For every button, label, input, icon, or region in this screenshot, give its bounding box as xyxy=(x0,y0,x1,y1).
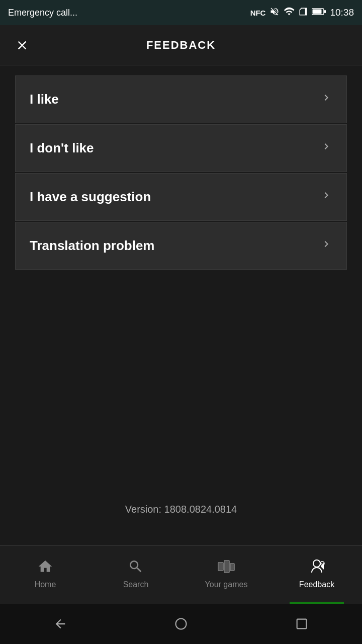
chevron-right-icon-translation xyxy=(320,238,332,254)
version-text: Version: 1808.0824.0814 xyxy=(125,504,237,515)
chevron-right-icon-suggestion xyxy=(320,189,332,205)
nav-item-search[interactable]: Search xyxy=(90,546,181,604)
feedback-option-i-dont-like[interactable]: I don't like xyxy=(15,124,347,172)
svg-point-11 xyxy=(176,619,187,629)
page-title: FEEDBACK xyxy=(32,39,330,52)
svg-rect-6 xyxy=(219,563,223,570)
home-icon xyxy=(37,558,53,577)
nav-item-feedback[interactable]: Feedback xyxy=(272,546,362,604)
status-icons: NFC 10:38 xyxy=(250,6,354,20)
back-button[interactable] xyxy=(48,611,73,636)
feedback-option-label-suggestion: I have a suggestion xyxy=(30,189,151,205)
your-games-icon xyxy=(218,558,235,577)
nfc-icon: NFC xyxy=(250,9,266,17)
svg-rect-12 xyxy=(297,619,307,629)
feedback-options-list: I like I don't like I have a suggestion xyxy=(15,75,347,271)
nav-label-search: Search xyxy=(123,580,149,589)
close-button[interactable] xyxy=(12,35,32,55)
recents-button[interactable] xyxy=(289,611,314,636)
feedback-option-label-i-like: I like xyxy=(30,92,59,107)
feedback-option-i-like[interactable]: I like xyxy=(15,75,347,123)
mute-icon xyxy=(269,7,280,19)
battery-icon xyxy=(312,7,326,19)
feedback-option-label-i-dont-like: I don't like xyxy=(30,140,94,156)
sim-icon xyxy=(299,7,308,19)
home-system-button[interactable] xyxy=(168,611,194,636)
svg-rect-8 xyxy=(231,564,234,570)
feedback-option-label-translation: Translation problem xyxy=(30,238,155,254)
system-nav-bar xyxy=(0,604,362,644)
main-content: I like I don't like I have a suggestion xyxy=(0,65,362,545)
feedback-nav-icon xyxy=(308,558,326,577)
nav-label-your-games: Your games xyxy=(205,580,248,589)
wifi-icon xyxy=(284,6,295,20)
search-icon xyxy=(128,558,144,577)
version-container: Version: 1808.0824.0814 xyxy=(15,271,347,535)
bottom-nav: Home Search Your games xyxy=(0,545,362,604)
nav-label-home: Home xyxy=(35,580,56,589)
nav-item-your-games[interactable]: Your games xyxy=(181,546,272,604)
svg-point-9 xyxy=(313,560,320,567)
nav-label-feedback: Feedback xyxy=(299,580,334,589)
svg-rect-7 xyxy=(225,561,229,572)
carrier-text: Emergency call... xyxy=(8,8,77,18)
feedback-option-suggestion[interactable]: I have a suggestion xyxy=(15,173,347,221)
status-bar: Emergency call... NFC 10:38 xyxy=(0,0,362,25)
svg-rect-2 xyxy=(324,10,326,13)
chevron-right-icon-i-dont-like xyxy=(320,140,332,156)
top-bar: FEEDBACK xyxy=(0,25,362,65)
svg-rect-1 xyxy=(313,9,322,14)
chevron-right-icon-i-like xyxy=(320,92,332,107)
time-display: 10:38 xyxy=(330,7,354,18)
nav-item-home[interactable]: Home xyxy=(0,546,90,604)
feedback-option-translation[interactable]: Translation problem xyxy=(15,222,347,270)
